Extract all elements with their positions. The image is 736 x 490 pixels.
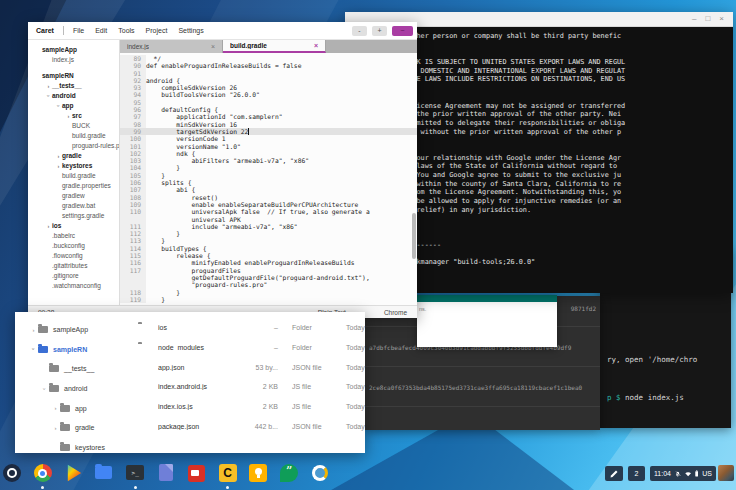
- sidebar-item[interactable]: gradle.properties: [28, 181, 119, 191]
- line-number: 102: [120, 150, 146, 157]
- shelf-app-play[interactable]: [64, 463, 84, 483]
- sidebar-item[interactable]: settings.gradle: [28, 211, 119, 221]
- sidebar-item[interactable]: sampleRN: [28, 71, 119, 81]
- scrollbar-thumb[interactable]: [412, 213, 416, 259]
- system-tray[interactable]: 11:04 US: [650, 466, 716, 481]
- shelf-app-red[interactable]: [187, 463, 207, 483]
- menu-item-project[interactable]: Project: [146, 27, 168, 34]
- menu-item-tools[interactable]: Tools: [118, 27, 134, 34]
- sidebar-item[interactable]: .gitattributes: [28, 261, 119, 271]
- menu-item-settings[interactable]: Settings: [178, 27, 203, 34]
- editor-line: 104 }: [120, 164, 417, 171]
- sidebar-item[interactable]: BUCK: [28, 121, 119, 131]
- code-text: enable enableSeparateBuildPerCPUArchitec…: [146, 201, 358, 208]
- tab-close-icon[interactable]: ×: [211, 43, 215, 50]
- file-date: Today 9:04 PM: [332, 383, 365, 390]
- sidebar-item-label: sampleRN: [42, 71, 74, 81]
- shelf-app-hangouts[interactable]: [279, 463, 299, 483]
- tab-index.js[interactable]: index.js×: [120, 40, 223, 53]
- shelf-app-chrome[interactable]: [33, 463, 53, 483]
- tree-item-gradle[interactable]: ›gradle: [15, 418, 130, 438]
- menu-item-file[interactable]: File: [73, 27, 84, 34]
- sidebar-item-label: .buckconfig: [52, 241, 85, 251]
- tree-item-android[interactable]: ›android: [15, 379, 130, 399]
- chevron-closed-icon[interactable]: ›: [29, 327, 38, 333]
- chevron-closed-icon[interactable]: ›: [51, 425, 60, 431]
- sidebar-item[interactable]: ›keystores: [28, 161, 119, 171]
- tree-item-sampleApp[interactable]: ›sampleApp: [15, 320, 130, 340]
- sidebar-item[interactable]: .flowconfig: [28, 251, 119, 261]
- sidebar-item[interactable]: ›__tests__: [28, 81, 119, 91]
- sidebar-item[interactable]: ›gradle: [28, 151, 119, 161]
- sidebar-item[interactable]: ›src: [28, 111, 119, 121]
- sidebar-item[interactable]: .watchmanconfig: [28, 281, 119, 291]
- sidebar-item[interactable]: ›ios: [28, 221, 119, 231]
- shelf-app-keep[interactable]: [248, 463, 268, 483]
- shelf-app-launcher[interactable]: [2, 463, 22, 483]
- sidebar-item[interactable]: build.gradle: [28, 171, 119, 181]
- file-row[interactable]: index.android.js2 KBJS fileToday 9:04 PM: [130, 377, 365, 397]
- shelf-app-assist[interactable]: [310, 463, 330, 483]
- sidebar-item-label: index.js: [52, 55, 74, 65]
- code-text: }: [146, 230, 180, 237]
- stylus-tools-button[interactable]: [605, 466, 623, 481]
- sidebar-item[interactable]: proguard-rules.pro: [28, 141, 119, 151]
- sidebar-item[interactable]: ›app: [28, 101, 119, 111]
- mini-popup-window[interactable]: ns.: [417, 295, 557, 347]
- code-text: }: [146, 172, 165, 179]
- tree-item-app[interactable]: ›app: [15, 398, 130, 418]
- close-icon[interactable]: ×: [719, 15, 724, 23]
- sidebar-item[interactable]: sampleApp: [28, 45, 119, 55]
- menu-item-edit[interactable]: Edit: [95, 27, 107, 34]
- file-row[interactable]: ios–FolderToday 9:04 PM: [130, 318, 365, 338]
- tree-item-sampleRN[interactable]: ›sampleRN: [15, 340, 130, 360]
- file-row[interactable]: app.json53 by...JSON fileToday 9:04 PM: [130, 357, 365, 377]
- folder-icon: [49, 365, 59, 372]
- chevron-open-icon[interactable]: ›: [31, 345, 37, 354]
- close-button[interactable]: ~: [392, 26, 413, 36]
- shelf-app-files[interactable]: [94, 463, 114, 483]
- minimize-button[interactable]: -: [352, 26, 367, 36]
- sidebar-item[interactable]: index.js: [28, 55, 119, 65]
- code-editor[interactable]: 89 */90def enableProguardInReleaseBuilds…: [120, 53, 417, 305]
- line-number: 108: [120, 194, 146, 201]
- minimize-icon[interactable]: –: [692, 15, 696, 23]
- user-avatar[interactable]: [718, 465, 734, 481]
- line-number: 114: [120, 245, 146, 252]
- shelf-app-caret[interactable]: C: [218, 463, 238, 483]
- tab-build.gradle[interactable]: build.gradle×: [223, 40, 326, 53]
- file-row[interactable]: node_modules–FolderToday 9:04 PM: [130, 338, 365, 358]
- file-date: Today 9:04 PM: [332, 403, 365, 410]
- sidebar-item[interactable]: gradlew: [28, 191, 119, 201]
- editor-line: 93 compileSdkVersion 26: [120, 84, 417, 91]
- chevron-open-icon[interactable]: ›: [42, 384, 48, 393]
- notification-count-button[interactable]: 2: [628, 466, 645, 481]
- maximize-icon[interactable]: □: [705, 15, 710, 23]
- file-row[interactable]: index.ios.js2 KBJS fileToday 9:04 PM: [130, 397, 365, 417]
- terminal-text: node index.js: [625, 393, 684, 402]
- tree-item-keystores[interactable]: keystores: [15, 438, 130, 453]
- sidebar-item[interactable]: .babelrc: [28, 231, 119, 241]
- sidebar-item[interactable]: ›android: [28, 91, 119, 101]
- zoom-button[interactable]: +: [372, 26, 387, 36]
- file-type: Folder: [280, 324, 332, 331]
- editor-line: 97 applicationId "com.samplern": [120, 113, 417, 120]
- file-row[interactable]: package.json442 b...JSON fileToday 9:04 …: [130, 416, 365, 436]
- chevron-closed-icon[interactable]: ›: [51, 405, 60, 411]
- sidebar-item[interactable]: gradlew.bat: [28, 201, 119, 211]
- sidebar-item[interactable]: .gitignore: [28, 271, 119, 281]
- sidebar-item-label: proguard-rules.pro: [72, 141, 120, 151]
- theme-name[interactable]: Chrome: [384, 309, 407, 316]
- sidebar-item[interactable]: .buckconfig: [28, 241, 119, 251]
- tree-item-__tests__[interactable]: __tests__: [15, 359, 130, 379]
- sidebar-item[interactable]: build.gradle: [28, 131, 119, 141]
- menu-item-caret[interactable]: Caret: [36, 27, 54, 34]
- folder-tree: ›sampleApp›sampleRN__tests__›android›app…: [15, 312, 130, 453]
- icon-cell: [138, 383, 158, 390]
- shelf-app-term[interactable]: >_: [125, 463, 145, 483]
- shelf-app-docs[interactable]: [156, 463, 176, 483]
- sidebar-item-label: build.gradle: [72, 131, 106, 141]
- tab-close-icon[interactable]: ×: [314, 42, 318, 49]
- sidebar-item-label: gradlew.bat: [62, 201, 95, 211]
- file-list: ios–FolderToday 9:04 PMnode_modules–Fold…: [130, 312, 365, 453]
